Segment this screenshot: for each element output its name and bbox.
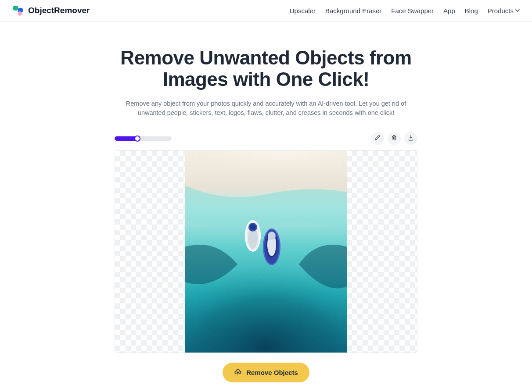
nav-products[interactable]: Products <box>488 7 520 14</box>
svg-point-9 <box>250 224 256 230</box>
editor-toolbar <box>115 132 417 145</box>
header: ObjectRemover Upscaler Background Eraser… <box>0 0 532 21</box>
download-button[interactable] <box>404 132 417 145</box>
delete-button[interactable] <box>388 132 401 145</box>
download-icon <box>407 134 414 143</box>
toolbar-icon-group <box>371 132 417 145</box>
image-canvas[interactable] <box>115 150 417 353</box>
nav-products-label: Products <box>488 7 514 14</box>
svg-point-2 <box>18 11 22 16</box>
nav-face-swapper[interactable]: Face Swapper <box>391 7 434 14</box>
hero-section: Remove Unwanted Objects from Images with… <box>112 21 420 118</box>
svg-point-14 <box>268 232 276 240</box>
pencil-icon <box>374 134 381 143</box>
cta-label: Remove Objects <box>246 369 298 376</box>
nav-upscaler[interactable]: Upscaler <box>290 7 316 14</box>
brand-logo-wrap[interactable]: ObjectRemover <box>12 4 90 17</box>
main-nav: Upscaler Background Eraser Face Swapper … <box>290 7 520 14</box>
trash-icon <box>391 134 398 143</box>
page-subtitle: Remove any object from your photos quick… <box>121 99 411 118</box>
nav-blog[interactable]: Blog <box>465 7 478 14</box>
nav-app[interactable]: App <box>443 7 455 14</box>
slider-thumb[interactable] <box>134 135 140 142</box>
canvas-wrap <box>115 150 417 353</box>
edit-button[interactable] <box>371 132 384 145</box>
svg-rect-0 <box>13 6 18 11</box>
cta-row: Remove Objects <box>0 363 532 382</box>
canvas-image <box>185 151 347 353</box>
logo-icon <box>12 4 25 17</box>
brand-name: ObjectRemover <box>28 6 90 15</box>
brush-size-slider[interactable] <box>115 136 172 141</box>
chevron-down-icon <box>515 8 520 13</box>
remove-objects-button[interactable]: Remove Objects <box>223 363 309 382</box>
nav-background-eraser[interactable]: Background Eraser <box>325 7 381 14</box>
page-title: Remove Unwanted Objects from Images with… <box>112 47 420 90</box>
cloud-process-icon <box>234 368 242 377</box>
